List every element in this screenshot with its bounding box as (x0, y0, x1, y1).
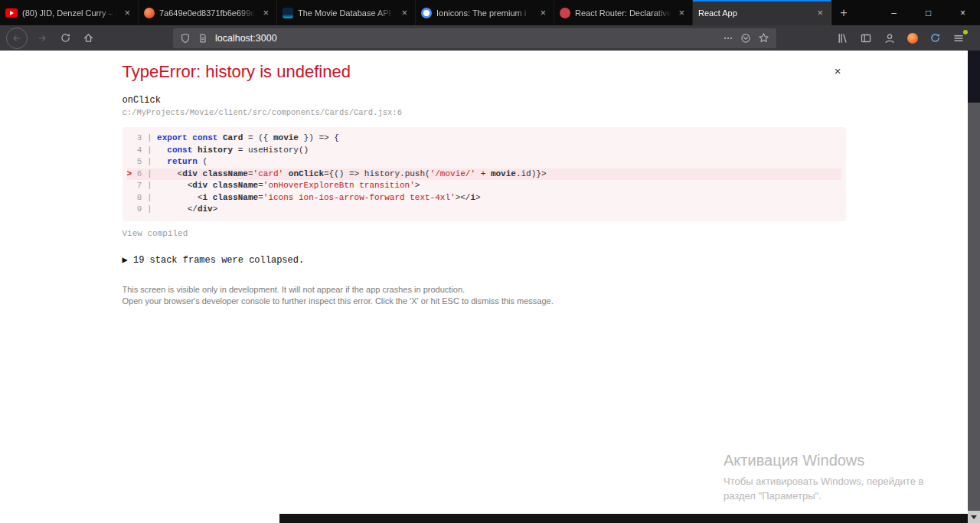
horizontal-scrollbar[interactable] (279, 514, 968, 523)
overlay-close-button[interactable]: × (835, 65, 841, 77)
scroll-down-button[interactable] (968, 511, 980, 523)
tab-close-button[interactable]: × (399, 6, 410, 19)
tab-title: The Movie Database API (298, 8, 394, 18)
tracking-protection-shield-icon[interactable] (180, 33, 191, 44)
pocket-icon[interactable] (740, 33, 751, 44)
code-line: 8 | <i className='icons ion-ios-arrow-fo… (127, 192, 841, 204)
footer-line-1: This screen is visible only in developme… (122, 284, 846, 296)
account-person-icon (884, 32, 896, 44)
sidebar-icon (860, 32, 872, 44)
tab-close-button[interactable]: × (676, 6, 687, 19)
view-compiled-link[interactable]: View compiled (122, 229, 846, 238)
code-line: 9 | </div> (127, 204, 841, 216)
code-frame: 3 | export const Card = ({ movie }) => {… (122, 127, 846, 221)
overlay-footer: This screen is visible only in developme… (122, 284, 846, 307)
page-content: × TypeError: history is undefined onClic… (0, 51, 968, 523)
tab-close-button[interactable]: × (815, 6, 825, 19)
footer-line-2: Open your browser's developer console to… (122, 296, 846, 307)
reload-icon (60, 32, 71, 44)
code-line: 3 | export const Card = ({ movie }) => { (127, 132, 841, 145)
windows-activation-watermark: Активация Windows Чтобы активировать Win… (724, 452, 923, 503)
home-button[interactable] (77, 28, 100, 49)
account-button[interactable] (884, 32, 896, 44)
page-actions-icon[interactable] (723, 33, 733, 44)
tab-1[interactable]: (80) JID, Denzel Curry – B× (0, 0, 139, 25)
minimize-button[interactable]: – (877, 0, 911, 25)
bookmark-star-icon[interactable] (758, 32, 769, 44)
back-button[interactable] (6, 28, 28, 49)
tab-close-button[interactable]: × (260, 6, 271, 19)
url-text[interactable]: localhost:3000 (215, 33, 716, 44)
youtube-favicon-icon (5, 8, 18, 18)
vertical-scrollbar-thumb[interactable] (968, 51, 980, 103)
forward-button[interactable] (31, 28, 54, 49)
tab-strip: (80) JID, Denzel Curry – B×7a649e0ed8371… (0, 0, 831, 25)
window-close-button[interactable]: × (946, 0, 980, 25)
down-arrow-icon (971, 515, 977, 519)
page-info-icon[interactable] (198, 33, 208, 44)
extension-blue-button[interactable] (929, 32, 941, 44)
extension-refresh-icon (929, 32, 941, 44)
watermark-line-1: Чтобы активировать Windows, перейдите в (724, 475, 923, 489)
hamburger-menu-icon (952, 32, 965, 44)
new-tab-button[interactable]: + (831, 0, 856, 25)
tmdb-favicon-icon (283, 8, 293, 18)
library-button[interactable] (836, 32, 848, 44)
extension-orange-icon (907, 33, 918, 44)
library-icon (836, 32, 848, 44)
stack-frames-toggle[interactable]: ▶ 19 stack frames were collapsed. (122, 254, 846, 266)
vertical-scrollbar[interactable] (968, 51, 980, 523)
tab-title: Ionicons: The premium i (436, 8, 533, 18)
update-badge (963, 30, 968, 34)
tab-6[interactable]: React App× (693, 0, 831, 25)
tab-close-button[interactable]: × (537, 6, 548, 19)
toolbar-icons (836, 32, 974, 44)
tab-3[interactable]: The Movie Database API× (277, 0, 416, 25)
tab-title: React Router: Declarative (575, 8, 671, 18)
tab-2[interactable]: 7a649e0ed8371fb6e699c× (139, 0, 277, 25)
tab-close-button[interactable]: × (122, 6, 132, 19)
home-icon (83, 32, 94, 44)
code-line: 7 | <div className='onHoverExploreBtn tr… (127, 180, 841, 192)
error-file-path: c:/MyProjects/Movie/client/src/component… (122, 108, 846, 117)
tab-title: (80) JID, Denzel Curry – B (22, 8, 117, 18)
watermark-line-2: раздел "Параметры". (724, 489, 923, 504)
api-key-favicon-icon (144, 8, 155, 18)
window-controls: – □ × (877, 0, 980, 25)
error-handler-name: onClick (122, 95, 846, 106)
ionicons-favicon-icon (421, 8, 432, 18)
reload-button[interactable] (54, 28, 77, 49)
extension-orange-button[interactable] (907, 33, 918, 44)
tab-title: 7a649e0ed8371fb6e699c (159, 8, 256, 18)
sidebar-button[interactable] (860, 32, 872, 44)
tab-4[interactable]: Ionicons: The premium i× (416, 0, 554, 25)
back-arrow-icon (11, 33, 22, 44)
react-router-favicon-icon (560, 8, 570, 18)
play-icon (10, 11, 14, 15)
react-error-overlay: × TypeError: history is undefined onClic… (122, 51, 846, 307)
tab-title: React App (698, 8, 810, 18)
forward-arrow-icon (37, 33, 47, 44)
tab-5[interactable]: React Router: Declarative× (554, 0, 693, 25)
code-line: 4 | const history = useHistory() (127, 145, 841, 157)
code-line-error: > 6 | <div className='card' onClick={() … (127, 168, 841, 181)
url-bar[interactable]: localhost:3000 (173, 28, 776, 48)
watermark-title: Активация Windows (724, 452, 923, 469)
code-line: 5 | return ( (127, 156, 841, 168)
menu-button[interactable] (952, 32, 965, 44)
tab-bar: (80) JID, Denzel Curry – B×7a649e0ed8371… (0, 0, 980, 25)
maximize-button[interactable]: □ (911, 0, 946, 25)
error-title: TypeError: history is undefined (122, 62, 846, 82)
navigation-toolbar: localhost:3000 (0, 25, 980, 51)
